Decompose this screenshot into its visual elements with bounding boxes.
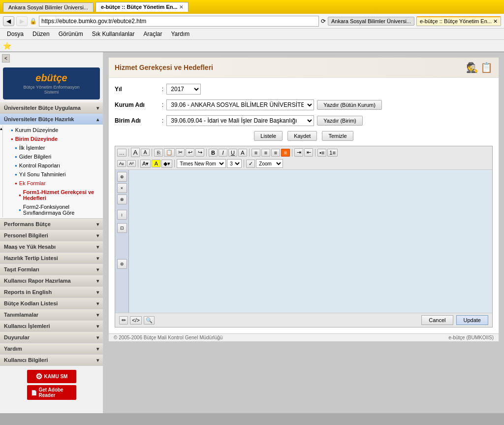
tool-unordered-list[interactable]: •≡ [317,149,326,157]
tool-pencil[interactable]: ✏ [119,316,128,325]
tab2-close-icon[interactable]: ✕ [179,4,183,10]
chevron-icon6: ▾ [96,278,99,284]
font-family-select[interactable]: Times New Rom [177,159,226,168]
section-header-universiteler-butce-uygulama[interactable]: Üniversiteler Bütçe Uygulama ▾ [0,102,103,113]
menu-yardim[interactable]: Yardım [167,30,193,38]
section-header-tasit-formlari[interactable]: Taşıt Formları ▾ [0,264,103,275]
footer-bar: © 2005-2006 Bütçe Mali Kontrol Genel Müd… [109,333,499,341]
adobe-reader-logo[interactable]: 📄 Get Adobe Reader [27,385,76,400]
sidebar-item-ek-formlar[interactable]: ● Ek Formlar [3,179,103,188]
temizle-button[interactable]: Temizle [322,131,353,141]
menu-gorunum[interactable]: Görünüm [55,30,87,38]
tool-bold[interactable]: B [209,149,218,157]
sidebar-item-kontrol-raporlari[interactable]: ● Kontrol Raporları [3,161,103,170]
birim-adi-row: Birim Adı : 39.06.09.04 - İdari ve Mali … [115,115,493,126]
sidebar-item-form1-hizmet[interactable]: ● Form1-Hizmet Gerekçesi ve Hedefleri [3,188,103,202]
tool-align-justify[interactable]: ≡ [281,149,290,157]
sidebar-item-form2-fonksiyonel[interactable]: ● Form2-Fonksiyonel Sınıflandırmaya Göre [3,202,103,217]
section-header-hazirlik-tertip[interactable]: Hazırlık Tertip Listesi ▾ [0,253,103,263]
tool-cut[interactable]: ✂ [176,148,185,157]
yil-select[interactable]: 2015 2016 2017 2018 [166,84,201,95]
form-panel-title: Hizmet Gerekçesi ve Hedefleri [115,64,213,71]
tool-font-size-up[interactable]: A [131,148,140,157]
kamu-sm-logo[interactable]: ⚙ KAMU SM [27,370,76,383]
editor-content-area[interactable] [129,170,492,313]
yazdir-birim-button[interactable]: Yazdır (Birim) [317,116,362,126]
tool-align-left[interactable]: ≡ [252,149,260,157]
tool-indent-more[interactable]: ⇥ [294,148,303,157]
sidebar-item-kurum-duzeyinde[interactable]: ● Kurum Düzeyinde [3,126,103,134]
section-header-kullanici-islemleri[interactable]: Kullanıcı İşlemleri ▾ [0,321,103,331]
tool-check[interactable]: ✓ [246,160,255,168]
sidebar-item-ilk-islemler[interactable]: ● İlk İşlemler [3,143,103,152]
chevron-icon5: ▾ [96,267,99,272]
tool-bg-color[interactable]: A [152,160,160,167]
section-header-maas-yuk[interactable]: Maaş ve Yük Hesabı ▾ [0,241,103,252]
tool-sub[interactable]: A₂ [117,160,126,167]
tool-align-right[interactable]: ≡ [271,149,280,157]
kaydet-button[interactable]: Kaydet [287,131,317,141]
tool-font-color[interactable]: A [238,149,247,157]
left-tool-2[interactable]: × [117,183,127,193]
tool-font-size-normal[interactable]: A [141,149,150,156]
sidebar-toggle-button[interactable]: < [2,54,10,63]
section-header-kullanici-bilgileri[interactable]: Kullanıcı Bilgileri ▾ [0,355,103,365]
tool-underline[interactable]: U [228,149,237,157]
section-header-yardim[interactable]: Yardım ▾ [0,343,103,354]
cancel-button[interactable]: Cancel [421,315,453,325]
tool-ordered-list[interactable]: 1≡ [327,149,338,157]
tool-copy[interactable]: ⎘ [154,149,163,157]
section-header-universiteler-butce-hazirlik[interactable]: Üniversiteler Bütçe Hazırlık ▴ [0,114,103,125]
section-header-butce-kodlari[interactable]: Bütçe Kodları Listesi ▾ [0,298,103,309]
section-tasit-formlari: Taşıt Formları ▾ [0,264,103,275]
font-size-select[interactable]: 3 [227,159,242,168]
kurum-adi-label: Kurum Adı [115,101,159,108]
browser-tab-2[interactable]: e-bütçe :: Bütçe Yönetim En... ✕ [95,2,189,12]
toolbar-icon[interactable]: ⭐ [3,42,11,50]
birim-adi-select[interactable]: 39.06.09.04 - İdari ve Mali İşler Daire … [166,115,314,126]
menu-dosya[interactable]: Dosya [3,30,28,38]
refresh-icon[interactable]: ⟳ [321,18,326,25]
section-header-performans-butce[interactable]: Performans Bütçe ▾ [0,219,103,229]
tool-italic[interactable]: I [219,149,227,157]
section-header-personel-bilgileri[interactable]: Personel Bilgileri ▾ [0,230,103,241]
yazdir-butun-kurum-button[interactable]: Yazdır (Bütün Kurum) [317,100,382,110]
left-tool-6[interactable]: ⊚ [117,259,127,269]
tool-align-center[interactable]: ≡ [261,149,270,157]
section-header-reports-english[interactable]: Reports in English ▾ [0,287,103,297]
left-tool-1[interactable]: ⊕ [117,172,127,182]
sidebar-item-gider-bilgileri[interactable]: ● Gider Bilgileri [3,152,103,161]
tool-paste[interactable]: 📋 [164,148,175,157]
tool-ellipsis[interactable]: … [117,149,126,157]
tool-sup[interactable]: A² [127,160,136,167]
left-tool-3[interactable]: ⊗ [117,195,127,204]
address-input[interactable] [39,16,319,27]
section-header-kullanici-rapor[interactable]: Kullanıcı Rapor Hazırlama ▾ [0,275,103,286]
back-button[interactable]: ◀ [3,16,14,26]
left-tool-5[interactable]: ⊡ [117,223,127,233]
section-header-tanimlamalar[interactable]: Tanımlamalar ▾ [0,309,103,320]
menu-duzen[interactable]: Düzen [29,30,54,38]
tool-code[interactable]: </> [130,316,142,325]
tool-undo[interactable]: ↩ [186,148,194,157]
tool-arrow-drop[interactable]: ◆▾ [161,160,172,168]
zoom-select[interactable]: Zoom [256,159,283,168]
tool-indent-less[interactable]: ⇤ [304,148,313,157]
kurum-adi-select[interactable]: 39.06 - ANKARA SOSYAL BİLİMLER ÜNİVERSİT… [166,99,314,110]
sidebar-item-birim-duzeyinde[interactable]: ● Birim Düzeyinde [3,134,103,143]
tab2-label: e-bütçe :: Bütçe Yönetim En... [101,4,178,10]
tool-zoom[interactable]: 🔍 [144,316,155,325]
left-tool-4[interactable]: ↕ [117,210,127,220]
sidebar-item-yil-sonu-tahminleri[interactable]: ● Yıl Sonu Tahminleri [3,170,103,179]
browser-tab-1[interactable]: Ankara Sosyal Bilimler Üniversi... [3,2,94,12]
tool-redo[interactable]: ↪ [195,148,204,157]
security-icon: 🔒 [30,18,37,25]
tool-format-drop[interactable]: A▾ [140,160,151,168]
section-header-duyurular[interactable]: Duyurular ▾ [0,332,103,343]
listele-button[interactable]: Listele [254,131,283,141]
menu-sik-kullanilan[interactable]: Sık Kullanılanlar [88,30,139,38]
bullet-icon2: ● [11,137,13,141]
update-button[interactable]: Update [456,315,488,325]
menu-araclar[interactable]: Araçlar [139,30,166,38]
forward-button[interactable]: ▶ [16,16,28,26]
